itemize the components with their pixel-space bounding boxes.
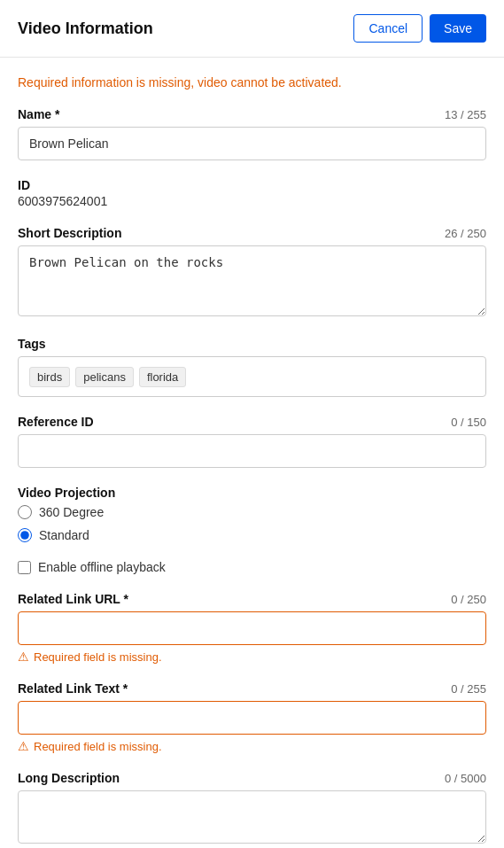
id-label: ID — [18, 178, 486, 192]
tag-pelicans: pelicans — [75, 367, 134, 387]
radio-360-input[interactable] — [18, 505, 32, 519]
offline-playback-label[interactable]: Enable offline playback — [38, 560, 166, 574]
related-link-text-error: ⚠ Required field is missing. — [18, 739, 486, 753]
short-description-label: Short Description — [18, 226, 121, 240]
related-link-text-label: Related Link Text * — [18, 681, 128, 696]
short-description-input[interactable]: Brown Pelican on the rocks — [18, 245, 486, 316]
short-description-header: Short Description 26 / 250 — [18, 226, 486, 240]
related-link-url-label: Related Link URL * — [18, 592, 128, 606]
short-description-field-group: Short Description 26 / 250 Brown Pelican… — [18, 226, 486, 319]
tag-florida: florida — [139, 367, 186, 387]
long-description-field-group: Long Description 0 / 5000 — [18, 771, 486, 846]
reference-id-counter: 0 / 150 — [451, 416, 486, 429]
related-link-url-counter: 0 / 250 — [451, 593, 486, 606]
id-value: 6003975624001 — [18, 194, 486, 208]
long-description-label: Long Description — [18, 771, 120, 785]
radio-360-item[interactable]: 360 Degree — [18, 505, 486, 519]
related-link-url-input[interactable] — [18, 611, 486, 645]
radio-standard-label: Standard — [39, 528, 89, 542]
reference-id-field-group: Reference ID 0 / 150 — [18, 415, 486, 468]
long-description-header: Long Description 0 / 5000 — [18, 771, 486, 785]
id-section: ID 6003975624001 — [18, 178, 486, 208]
reference-id-header: Reference ID 0 / 150 — [18, 415, 486, 429]
video-projection-label: Video Projection — [18, 486, 486, 500]
radio-360-label: 360 Degree — [39, 505, 104, 519]
page-title: Video Information — [18, 19, 153, 38]
video-projection-field-group: Video Projection 360 Degree Standard — [18, 486, 486, 542]
radio-standard-input[interactable] — [18, 528, 32, 542]
name-input[interactable] — [18, 127, 486, 160]
reference-id-label: Reference ID — [18, 415, 94, 429]
offline-playback-checkbox[interactable] — [18, 561, 31, 574]
error-banner: Required information is missing, video c… — [18, 75, 486, 89]
tags-field-group: Tags birds pelicans florida — [18, 337, 486, 397]
long-description-counter: 0 / 5000 — [445, 772, 486, 785]
form-content: Required information is missing, video c… — [0, 58, 504, 848]
name-field-header: Name * 13 / 255 — [18, 107, 486, 121]
related-link-text-header: Related Link Text * 0 / 255 — [18, 681, 486, 696]
long-description-input[interactable] — [18, 790, 486, 844]
related-link-url-field-group: Related Link URL * 0 / 250 ⚠ Required fi… — [18, 592, 486, 664]
tags-label: Tags — [18, 337, 46, 351]
tags-container[interactable]: birds pelicans florida — [18, 356, 486, 397]
tag-birds: birds — [29, 367, 70, 387]
tags-header: Tags — [18, 337, 486, 351]
reference-id-input[interactable] — [18, 434, 486, 468]
name-counter: 13 / 255 — [445, 108, 486, 121]
header-actions: Cancel Save — [353, 14, 486, 43]
related-link-url-header: Related Link URL * 0 / 250 — [18, 592, 486, 606]
related-link-text-counter: 0 / 255 — [451, 682, 486, 696]
radio-standard-item[interactable]: Standard — [18, 528, 486, 542]
cancel-button[interactable]: Cancel — [353, 14, 423, 43]
radio-group: 360 Degree Standard — [18, 505, 486, 542]
warning-icon: ⚠ — [18, 650, 29, 664]
header: Video Information Cancel Save — [0, 0, 504, 58]
related-link-text-input[interactable] — [18, 701, 486, 735]
related-link-text-field-group: Related Link Text * 0 / 255 ⚠ Required f… — [18, 681, 486, 753]
related-link-url-error: ⚠ Required field is missing. — [18, 650, 486, 664]
name-label: Name * — [18, 107, 59, 121]
warning-icon-2: ⚠ — [18, 739, 29, 753]
offline-playback-group: Enable offline playback — [18, 560, 486, 574]
name-field-group: Name * 13 / 255 — [18, 107, 486, 160]
save-button[interactable]: Save — [430, 14, 486, 43]
short-description-counter: 26 / 250 — [445, 227, 486, 240]
